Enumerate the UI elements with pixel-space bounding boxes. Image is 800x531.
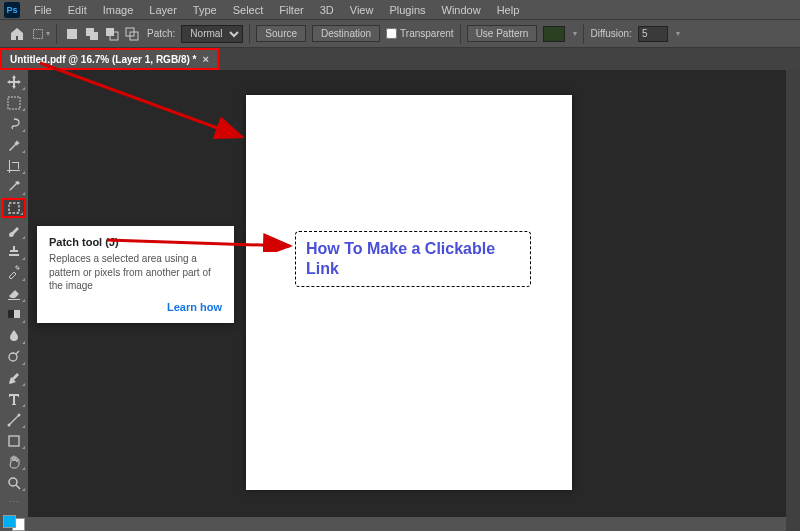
menu-select[interactable]: Select: [225, 2, 272, 18]
diffusion-label: Diffusion:: [590, 28, 632, 39]
svg-point-13: [8, 423, 11, 426]
shape-tool[interactable]: [2, 431, 26, 450]
tool-tooltip: Patch tool (J) Replaces a selected area …: [37, 226, 234, 323]
app-logo: Ps: [4, 2, 20, 18]
svg-rect-11: [8, 310, 14, 318]
svg-point-14: [18, 413, 21, 416]
eyedropper-tool[interactable]: [2, 177, 26, 196]
patch-tool[interactable]: [2, 198, 26, 218]
home-icon[interactable]: [8, 25, 26, 43]
pattern-swatch[interactable]: [543, 26, 565, 42]
clone-tool[interactable]: [2, 242, 26, 261]
svg-rect-9: [9, 203, 19, 213]
menu-3d[interactable]: 3D: [312, 2, 342, 18]
document-tab-title: Untitled.pdf @ 16.7% (Layer 1, RGB/8) *: [10, 54, 196, 65]
transparent-checkbox-input[interactable]: [386, 28, 397, 39]
transparent-label: Transparent: [400, 28, 454, 39]
quick-select-tool[interactable]: [2, 135, 26, 154]
hand-tool[interactable]: [2, 452, 26, 471]
menu-plugins[interactable]: Plugins: [381, 2, 433, 18]
patch-selection[interactable]: How To Make a Clickable Link: [295, 231, 531, 287]
menu-file[interactable]: File: [26, 2, 60, 18]
svg-rect-8: [8, 97, 20, 109]
path-tool[interactable]: [2, 410, 26, 429]
menu-help[interactable]: Help: [489, 2, 528, 18]
diffusion-input[interactable]: [638, 26, 668, 42]
transparent-checkbox[interactable]: Transparent: [386, 28, 454, 39]
marquee-tool[interactable]: [2, 93, 26, 112]
svg-rect-1: [67, 29, 77, 39]
dodge-tool[interactable]: [2, 347, 26, 366]
tool-preset-icon[interactable]: ▾: [32, 25, 50, 43]
menu-view[interactable]: View: [342, 2, 382, 18]
menu-type[interactable]: Type: [185, 2, 225, 18]
pen-tool[interactable]: [2, 368, 26, 387]
destination-button[interactable]: Destination: [312, 25, 380, 42]
menu-filter[interactable]: Filter: [271, 2, 311, 18]
svg-point-12: [9, 353, 17, 361]
gradient-tool[interactable]: [2, 305, 26, 324]
canvas-document[interactable]: [246, 95, 572, 490]
close-icon[interactable]: ×: [202, 53, 208, 65]
menu-bar: Ps File Edit Image Layer Type Select Fil…: [0, 0, 800, 20]
color-swatches[interactable]: [3, 515, 25, 531]
subtract-selection-icon[interactable]: [103, 25, 121, 43]
brush-tool[interactable]: [2, 220, 26, 239]
selection-mode-group: [63, 25, 141, 43]
diffusion-chevron-icon[interactable]: ▾: [676, 29, 680, 38]
menu-edit[interactable]: Edit: [60, 2, 95, 18]
tooltip-title: Patch tool (J): [49, 236, 222, 248]
eraser-tool[interactable]: [2, 284, 26, 303]
menu-window[interactable]: Window: [434, 2, 489, 18]
add-selection-icon[interactable]: [83, 25, 101, 43]
menu-layer[interactable]: Layer: [141, 2, 185, 18]
intersect-selection-icon[interactable]: [123, 25, 141, 43]
patch-label: Patch:: [147, 28, 175, 39]
document-tab[interactable]: Untitled.pdf @ 16.7% (Layer 1, RGB/8) * …: [0, 48, 219, 70]
tooltip-description: Replaces a selected area using a pattern…: [49, 252, 222, 293]
menu-image[interactable]: Image: [95, 2, 142, 18]
source-button[interactable]: Source: [256, 25, 306, 42]
pattern-chevron-icon[interactable]: ▾: [573, 29, 577, 38]
svg-rect-15: [9, 436, 19, 446]
zoom-tool[interactable]: [2, 473, 26, 492]
toolbar-divider: ⋯: [9, 496, 19, 507]
foreground-color-swatch[interactable]: [3, 515, 16, 528]
options-bar: ▾ Patch: Normal Source Destination Trans…: [0, 20, 800, 48]
history-brush-tool[interactable]: [2, 263, 26, 282]
right-panel-strip: [786, 70, 800, 531]
lasso-tool[interactable]: [2, 114, 26, 133]
toolbar: ⋯: [0, 70, 28, 531]
type-tool[interactable]: [2, 389, 26, 408]
patch-mode-select[interactable]: Normal: [181, 25, 243, 43]
learn-how-link[interactable]: Learn how: [49, 301, 222, 313]
blur-tool[interactable]: [2, 326, 26, 345]
document-tab-bar: Untitled.pdf @ 16.7% (Layer 1, RGB/8) * …: [0, 48, 800, 70]
crop-tool[interactable]: [2, 156, 26, 175]
svg-point-16: [9, 478, 17, 486]
new-selection-icon[interactable]: [63, 25, 81, 43]
use-pattern-button[interactable]: Use Pattern: [467, 25, 538, 42]
svg-rect-0: [34, 29, 43, 38]
move-tool[interactable]: [2, 72, 26, 91]
link-text: How To Make a Clickable Link: [306, 239, 520, 279]
svg-rect-3: [90, 32, 98, 40]
